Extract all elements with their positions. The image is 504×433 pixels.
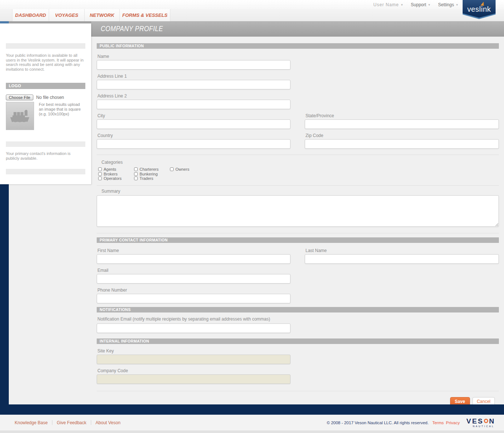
give-feedback-link[interactable]: Give Feedback <box>52 420 91 425</box>
veslink-wordmark: veslink <box>463 5 496 14</box>
email-input[interactable] <box>97 274 290 284</box>
placeholder-bar <box>6 43 85 49</box>
company-profile-form: PUBLIC INFORMATION Name Address Line 1 A… <box>91 37 504 406</box>
phone-number-input[interactable] <box>97 294 290 303</box>
user-menu: User Name ▾ Support ▾ Settings ▾ <box>373 0 458 9</box>
owners-label: Owners <box>175 167 189 171</box>
address-line-1-input[interactable] <box>97 80 290 89</box>
tab-voyages[interactable]: VOYAGES <box>49 9 85 21</box>
section-header-primary-contact: PRIMARY CONTACT INFORMATION <box>97 237 499 243</box>
summary-textarea[interactable] <box>97 195 499 227</box>
address-line-2-label: Address Line 2 <box>97 93 499 99</box>
veson-wordmark: NAUTIVESN <box>466 418 495 425</box>
terms-link[interactable]: Terms <box>432 421 444 425</box>
charterers-label: Charterers <box>140 167 159 171</box>
section-header-notifications: NOTIFICATIONS <box>97 307 499 312</box>
top-bar: User Name ▾ Support ▾ Settings ▾ <box>0 0 504 9</box>
divider <box>97 185 499 186</box>
left-navy-strip <box>0 184 9 404</box>
veson-ring-icon <box>484 419 488 423</box>
ship-icon <box>10 108 31 124</box>
brokers-checkbox[interactable] <box>98 172 102 176</box>
divider <box>97 155 499 155</box>
settings-menu[interactable]: Settings ▾ <box>438 2 458 7</box>
footer-right: © 2008 - 2017 Veson Nautical LLC. All ri… <box>327 418 495 428</box>
city-input[interactable] <box>97 119 290 129</box>
nav-tabs: DASHBOARD VOYAGES NETWORK FORMS & VESSEL… <box>12 9 170 21</box>
no-file-chosen-text: No file chosen <box>36 95 64 100</box>
zip-code-input[interactable] <box>305 139 499 149</box>
address-line-1-label: Address Line 1 <box>97 74 499 79</box>
category-traders: Traders <box>134 176 170 181</box>
section-header-public-information: PUBLIC INFORMATION <box>97 43 499 49</box>
city-label: City <box>97 113 290 118</box>
support-label: Support <box>411 2 426 7</box>
site-key-input <box>97 355 290 364</box>
phone-number-label: Phone Number <box>97 288 499 293</box>
section-header-internal-information: INTERNAL INFORMATION <box>97 338 499 344</box>
privacy-link[interactable]: Privacy <box>446 421 460 425</box>
categories-group: Agents Brokers Operators Charterers <box>98 167 499 181</box>
veson-nautical-logo: NAUTIVESN NAUTICAL <box>466 418 495 428</box>
page-title: COMPANY PROFILE <box>101 24 163 33</box>
company-code-input <box>97 374 290 384</box>
sidebar: Your public information is available to … <box>0 23 91 184</box>
tab-network[interactable]: NETWORK <box>85 9 120 21</box>
category-brokers: Brokers <box>98 172 134 177</box>
traders-label: Traders <box>140 176 153 181</box>
tab-dashboard[interactable]: DASHBOARD <box>12 9 49 21</box>
agents-checkbox[interactable] <box>98 167 102 171</box>
owners-checkbox[interactable] <box>170 167 174 171</box>
chevron-down-icon: ▾ <box>429 3 430 7</box>
chevron-down-icon: ▾ <box>456 3 458 7</box>
page-title-bar: COMPANY PROFILE <box>91 21 504 37</box>
company-code-label: Company Code <box>97 368 499 373</box>
logo-section-header: LOGO <box>6 83 85 89</box>
bunkering-label: Bunkering <box>140 172 158 176</box>
charterers-checkbox[interactable] <box>134 167 138 171</box>
state-province-label: State/Province <box>305 113 499 118</box>
operators-label: Operators <box>104 176 122 181</box>
upload-hint: For best results upload an image that is… <box>39 102 84 116</box>
agents-label: Agents <box>104 167 116 171</box>
traders-checkbox[interactable] <box>134 177 138 180</box>
nav-bar: DASHBOARD VOYAGES NETWORK FORMS & VESSEL… <box>0 9 504 21</box>
last-name-input[interactable] <box>305 254 499 264</box>
address-line-2-input[interactable] <box>97 100 290 109</box>
operators-checkbox[interactable] <box>98 177 102 180</box>
user-name-menu[interactable]: User Name ▾ <box>373 2 403 7</box>
first-name-input[interactable] <box>97 254 290 264</box>
placeholder-bar <box>6 141 85 147</box>
country-label: Country <box>97 133 290 138</box>
notification-email-input[interactable] <box>97 323 290 333</box>
page: User Name ▾ Support ▾ Settings ▾ DASHBOA… <box>0 0 504 433</box>
support-menu[interactable]: Support ▾ <box>411 2 430 7</box>
bunkering-checkbox[interactable] <box>134 172 138 176</box>
first-name-label: First Name <box>97 248 290 253</box>
choose-file-button[interactable]: Choose File <box>6 95 33 100</box>
category-operators: Operators <box>98 176 134 181</box>
brokers-label: Brokers <box>104 172 118 176</box>
tab-forms-vessels[interactable]: FORMS & VESSELS <box>120 9 170 21</box>
public-info-note: Your public information is available to … <box>6 53 85 71</box>
summary-label: Summary <box>101 189 499 194</box>
primary-contact-note: Your primary contact's information is pu… <box>6 151 79 160</box>
categories-label: Categories <box>101 160 499 165</box>
name-input[interactable] <box>97 60 290 70</box>
settings-label: Settings <box>438 2 454 7</box>
placeholder-bar <box>6 169 85 174</box>
zip-code-label: Zip Code <box>305 133 499 138</box>
divider <box>97 391 499 391</box>
state-province-input[interactable] <box>305 119 499 129</box>
about-veson-link[interactable]: About Veson <box>91 420 125 425</box>
country-input[interactable] <box>97 139 290 149</box>
category-charterers: Charterers <box>134 167 170 172</box>
knowledge-base-link[interactable]: Knowledge Base <box>15 420 52 425</box>
footer-links: Knowledge Base Give Feedback About Veson <box>15 420 125 425</box>
email-label: Email <box>97 268 499 273</box>
category-owners: Owners <box>170 167 206 172</box>
divider <box>97 233 499 233</box>
site-key-label: Site Key <box>97 348 499 354</box>
copyright-text: © 2008 - 2017 Veson Nautical LLC. All ri… <box>327 421 429 425</box>
user-name-label: User Name <box>373 2 399 7</box>
